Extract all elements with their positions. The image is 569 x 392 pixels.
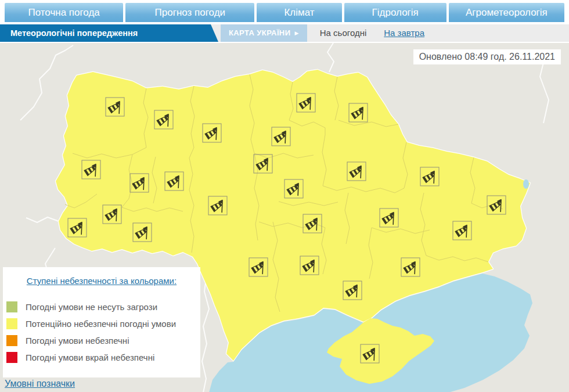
legend-color-swatch bbox=[6, 301, 17, 312]
windsock-icon bbox=[304, 215, 322, 233]
warning-marker-mykolaiv[interactable] bbox=[300, 256, 319, 275]
warning-marker-khmelnytskyi[interactable] bbox=[165, 172, 184, 191]
legend-label: Погодні умови вкрай небезпечні bbox=[26, 353, 154, 362]
warning-marker-zakarpattia[interactable] bbox=[68, 218, 87, 238]
warning-marker-odesa[interactable] bbox=[249, 258, 268, 277]
warning-marker-poltava[interactable] bbox=[347, 162, 366, 181]
warning-marker-chernivtsi[interactable] bbox=[133, 223, 152, 242]
tab-map-of-ukraine-label: КАРТА УКРАЇНИ bbox=[229, 24, 290, 42]
warning-marker-zhytomyr[interactable] bbox=[203, 124, 222, 143]
legend-label: Погодні умови не несуть загрози bbox=[26, 302, 157, 312]
windsock-icon bbox=[421, 168, 439, 186]
legend-label: Потенційно небезпечні погодні умови bbox=[26, 319, 176, 329]
windsock-icon bbox=[103, 206, 121, 224]
warning-marker-kirovohrad[interactable] bbox=[303, 214, 322, 233]
windsock-icon bbox=[380, 209, 398, 227]
windsock-icon bbox=[402, 258, 420, 276]
warning-marker-donetsk[interactable] bbox=[453, 221, 472, 240]
windsock-icon bbox=[131, 174, 149, 192]
legend-color-swatch bbox=[6, 335, 17, 346]
windsock-icon bbox=[272, 128, 290, 146]
legend-label: Погодні умови небезпечні bbox=[26, 336, 129, 346]
legend-row: Погодні умови не несуть загрози bbox=[3, 299, 200, 315]
warning-marker-kyiv-oblast[interactable] bbox=[254, 154, 273, 174]
windsock-icon bbox=[488, 196, 506, 214]
windsock-icon bbox=[285, 180, 303, 198]
top-navigation: Поточна погодаПрогноз погодиКліматГідрол… bbox=[5, 3, 564, 22]
windsock-icon bbox=[82, 161, 100, 179]
updated-timestamp: Оновлено 08:49 год. 26.11.2021 bbox=[413, 49, 561, 64]
windsock-icon bbox=[344, 282, 362, 300]
warning-marker-sumy[interactable] bbox=[349, 103, 368, 123]
legend-row: Погодні умови вкрай небезпечні bbox=[3, 349, 200, 366]
windsock-icon bbox=[453, 222, 471, 240]
windsock-icon bbox=[134, 224, 152, 242]
windsock-icon bbox=[69, 219, 87, 237]
windsock-icon bbox=[348, 163, 366, 181]
legend-rows: Погодні умови не несуть загрози Потенцій… bbox=[3, 299, 200, 366]
windsock-icon bbox=[250, 258, 268, 276]
warning-marker-vinnytsia[interactable] bbox=[208, 196, 228, 215]
warning-marker-cherkasy[interactable] bbox=[284, 179, 304, 199]
windsock-icon bbox=[361, 345, 379, 363]
legend-color-swatch bbox=[6, 318, 17, 329]
legend-row: Погодні умови небезпечні bbox=[3, 332, 200, 349]
nav-tab-3[interactable]: Клімат bbox=[257, 3, 341, 22]
windsock-icon bbox=[209, 197, 227, 215]
warning-marker-kharkiv[interactable] bbox=[420, 167, 440, 186]
link-tomorrow[interactable]: На завтра bbox=[384, 24, 424, 42]
nav-tab-1[interactable]: Поточна погода bbox=[5, 3, 123, 22]
windsock-icon bbox=[350, 104, 368, 122]
ukraine-warning-map[interactable]: Оновлено 08:49 год. 26.11.2021 bbox=[0, 43, 569, 392]
tab-map-of-ukraine[interactable]: КАРТА УКРАЇНИ ▶ bbox=[221, 24, 307, 42]
warning-marker-rivne[interactable] bbox=[154, 110, 174, 130]
warning-marker-kherson[interactable] bbox=[343, 281, 362, 300]
tab-today[interactable]: На сьогодні bbox=[307, 24, 380, 42]
warning-marker-chernihiv[interactable] bbox=[297, 93, 316, 113]
warning-marker-volyn[interactable] bbox=[106, 98, 125, 117]
warning-marker-dnipro[interactable] bbox=[380, 208, 399, 228]
warning-marker-ivano-frankivsk[interactable] bbox=[103, 205, 122, 224]
danger-levels-legend: Ступені небезпечності за кольорами: Пого… bbox=[3, 267, 200, 377]
warning-marker-kyiv[interactable] bbox=[272, 127, 291, 146]
warning-marker-ternopil[interactable] bbox=[130, 174, 149, 193]
windsock-icon bbox=[301, 257, 319, 275]
nav-tab-4[interactable]: Гідрологія bbox=[344, 3, 446, 22]
windsock-icon bbox=[155, 111, 173, 129]
windsock-icon bbox=[297, 94, 315, 112]
warning-marker-lviv[interactable] bbox=[82, 160, 101, 179]
warning-marker-luhansk[interactable] bbox=[487, 196, 506, 215]
legend-row: Потенційно небезпечні погодні умови bbox=[3, 315, 200, 332]
sub-navigation: Метеорологічні попередження КАРТА УКРАЇН… bbox=[0, 24, 569, 42]
link-map-symbols[interactable]: Умовні позначки bbox=[5, 379, 75, 389]
legend-color-swatch bbox=[6, 352, 17, 363]
windsock-icon bbox=[106, 98, 124, 116]
arrow-right-icon: ▶ bbox=[294, 24, 298, 42]
windsock-icon bbox=[254, 155, 272, 173]
tab-meteorological-warnings[interactable]: Метеорологічні попередження bbox=[0, 24, 218, 42]
legend-title-link[interactable]: Ступені небезпечності за кольорами: bbox=[3, 276, 200, 286]
warning-marker-crimea[interactable] bbox=[361, 344, 380, 364]
nav-tab-2[interactable]: Прогноз погоди bbox=[125, 3, 254, 22]
windsock-icon bbox=[203, 124, 221, 142]
windsock-icon bbox=[165, 172, 183, 190]
warning-marker-zaporizhzhia[interactable] bbox=[401, 258, 420, 277]
nav-tab-5[interactable]: Агрометеорологія bbox=[449, 3, 564, 22]
